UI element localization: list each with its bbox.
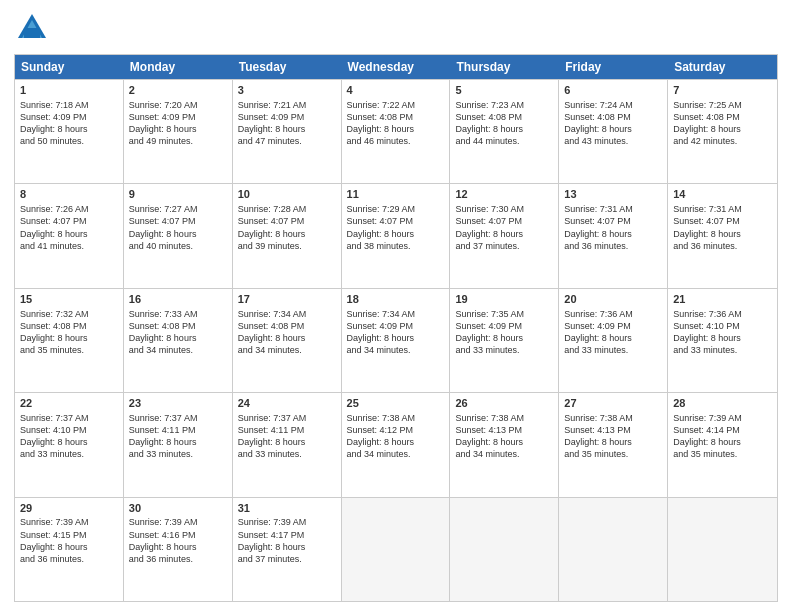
sunset-8: Sunset: 4:07 PM (20, 215, 118, 227)
sunrise-8: Sunrise: 7:26 AM (20, 203, 118, 215)
daylight-label-1: Daylight: 8 hours (20, 123, 118, 135)
daylight-minutes-24: and 33 minutes. (238, 448, 336, 460)
daylight-minutes-20: and 33 minutes. (564, 344, 662, 356)
sunset-13: Sunset: 4:07 PM (564, 215, 662, 227)
day-number-25: 25 (347, 396, 445, 411)
header-day-sunday: Sunday (15, 55, 124, 79)
daylight-minutes-10: and 39 minutes. (238, 240, 336, 252)
sunset-16: Sunset: 4:08 PM (129, 320, 227, 332)
logo-icon (14, 10, 50, 46)
sunset-22: Sunset: 4:10 PM (20, 424, 118, 436)
sunrise-4: Sunrise: 7:22 AM (347, 99, 445, 111)
sunrise-22: Sunrise: 7:37 AM (20, 412, 118, 424)
sunrise-23: Sunrise: 7:37 AM (129, 412, 227, 424)
day-number-3: 3 (238, 83, 336, 98)
daylight-minutes-22: and 33 minutes. (20, 448, 118, 460)
sunset-21: Sunset: 4:10 PM (673, 320, 772, 332)
day-number-16: 16 (129, 292, 227, 307)
calendar-cell-5: 5Sunrise: 7:23 AMSunset: 4:08 PMDaylight… (450, 80, 559, 183)
daylight-label-17: Daylight: 8 hours (238, 332, 336, 344)
day-number-6: 6 (564, 83, 662, 98)
daylight-label-24: Daylight: 8 hours (238, 436, 336, 448)
calendar-cell-22: 22Sunrise: 7:37 AMSunset: 4:10 PMDayligh… (15, 393, 124, 496)
sunrise-18: Sunrise: 7:34 AM (347, 308, 445, 320)
calendar-cell-10: 10Sunrise: 7:28 AMSunset: 4:07 PMDayligh… (233, 184, 342, 287)
daylight-label-3: Daylight: 8 hours (238, 123, 336, 135)
day-number-17: 17 (238, 292, 336, 307)
header-day-friday: Friday (559, 55, 668, 79)
calendar-cell-3: 3Sunrise: 7:21 AMSunset: 4:09 PMDaylight… (233, 80, 342, 183)
sunrise-24: Sunrise: 7:37 AM (238, 412, 336, 424)
daylight-minutes-31: and 37 minutes. (238, 553, 336, 565)
day-number-29: 29 (20, 501, 118, 516)
sunrise-29: Sunrise: 7:39 AM (20, 516, 118, 528)
calendar-row-1: 8Sunrise: 7:26 AMSunset: 4:07 PMDaylight… (15, 183, 777, 287)
daylight-label-21: Daylight: 8 hours (673, 332, 772, 344)
sunset-27: Sunset: 4:13 PM (564, 424, 662, 436)
sunrise-26: Sunrise: 7:38 AM (455, 412, 553, 424)
daylight-minutes-3: and 47 minutes. (238, 135, 336, 147)
sunset-9: Sunset: 4:07 PM (129, 215, 227, 227)
daylight-minutes-21: and 33 minutes. (673, 344, 772, 356)
calendar-cell-19: 19Sunrise: 7:35 AMSunset: 4:09 PMDayligh… (450, 289, 559, 392)
sunrise-19: Sunrise: 7:35 AM (455, 308, 553, 320)
header-day-monday: Monday (124, 55, 233, 79)
sunrise-11: Sunrise: 7:29 AM (347, 203, 445, 215)
sunrise-21: Sunrise: 7:36 AM (673, 308, 772, 320)
svg-rect-2 (24, 28, 40, 38)
page: SundayMondayTuesdayWednesdayThursdayFrid… (0, 0, 792, 612)
daylight-label-18: Daylight: 8 hours (347, 332, 445, 344)
calendar-cell-12: 12Sunrise: 7:30 AMSunset: 4:07 PMDayligh… (450, 184, 559, 287)
sunset-17: Sunset: 4:08 PM (238, 320, 336, 332)
daylight-minutes-28: and 35 minutes. (673, 448, 772, 460)
daylight-label-7: Daylight: 8 hours (673, 123, 772, 135)
daylight-minutes-29: and 36 minutes. (20, 553, 118, 565)
calendar-cell-empty-4-5 (559, 498, 668, 601)
sunset-11: Sunset: 4:07 PM (347, 215, 445, 227)
calendar-cell-empty-4-4 (450, 498, 559, 601)
daylight-label-5: Daylight: 8 hours (455, 123, 553, 135)
day-number-1: 1 (20, 83, 118, 98)
sunset-14: Sunset: 4:07 PM (673, 215, 772, 227)
daylight-label-12: Daylight: 8 hours (455, 228, 553, 240)
sunrise-30: Sunrise: 7:39 AM (129, 516, 227, 528)
daylight-minutes-6: and 43 minutes. (564, 135, 662, 147)
header-day-saturday: Saturday (668, 55, 777, 79)
sunrise-12: Sunrise: 7:30 AM (455, 203, 553, 215)
calendar-cell-15: 15Sunrise: 7:32 AMSunset: 4:08 PMDayligh… (15, 289, 124, 392)
daylight-minutes-16: and 34 minutes. (129, 344, 227, 356)
calendar-body: 1Sunrise: 7:18 AMSunset: 4:09 PMDaylight… (15, 79, 777, 601)
sunrise-31: Sunrise: 7:39 AM (238, 516, 336, 528)
daylight-minutes-1: and 50 minutes. (20, 135, 118, 147)
sunset-30: Sunset: 4:16 PM (129, 529, 227, 541)
day-number-2: 2 (129, 83, 227, 98)
day-number-13: 13 (564, 187, 662, 202)
daylight-label-10: Daylight: 8 hours (238, 228, 336, 240)
sunrise-2: Sunrise: 7:20 AM (129, 99, 227, 111)
header-day-wednesday: Wednesday (342, 55, 451, 79)
day-number-27: 27 (564, 396, 662, 411)
day-number-21: 21 (673, 292, 772, 307)
calendar-cell-21: 21Sunrise: 7:36 AMSunset: 4:10 PMDayligh… (668, 289, 777, 392)
calendar: SundayMondayTuesdayWednesdayThursdayFrid… (14, 54, 778, 602)
calendar-cell-4: 4Sunrise: 7:22 AMSunset: 4:08 PMDaylight… (342, 80, 451, 183)
calendar-cell-20: 20Sunrise: 7:36 AMSunset: 4:09 PMDayligh… (559, 289, 668, 392)
sunset-24: Sunset: 4:11 PM (238, 424, 336, 436)
calendar-cell-13: 13Sunrise: 7:31 AMSunset: 4:07 PMDayligh… (559, 184, 668, 287)
calendar-cell-30: 30Sunrise: 7:39 AMSunset: 4:16 PMDayligh… (124, 498, 233, 601)
daylight-minutes-13: and 36 minutes. (564, 240, 662, 252)
daylight-label-31: Daylight: 8 hours (238, 541, 336, 553)
header-day-thursday: Thursday (450, 55, 559, 79)
daylight-label-25: Daylight: 8 hours (347, 436, 445, 448)
calendar-cell-6: 6Sunrise: 7:24 AMSunset: 4:08 PMDaylight… (559, 80, 668, 183)
calendar-cell-9: 9Sunrise: 7:27 AMSunset: 4:07 PMDaylight… (124, 184, 233, 287)
sunrise-3: Sunrise: 7:21 AM (238, 99, 336, 111)
daylight-label-22: Daylight: 8 hours (20, 436, 118, 448)
daylight-minutes-27: and 35 minutes. (564, 448, 662, 460)
daylight-minutes-30: and 36 minutes. (129, 553, 227, 565)
sunset-31: Sunset: 4:17 PM (238, 529, 336, 541)
daylight-minutes-25: and 34 minutes. (347, 448, 445, 460)
sunset-6: Sunset: 4:08 PM (564, 111, 662, 123)
sunrise-15: Sunrise: 7:32 AM (20, 308, 118, 320)
day-number-15: 15 (20, 292, 118, 307)
